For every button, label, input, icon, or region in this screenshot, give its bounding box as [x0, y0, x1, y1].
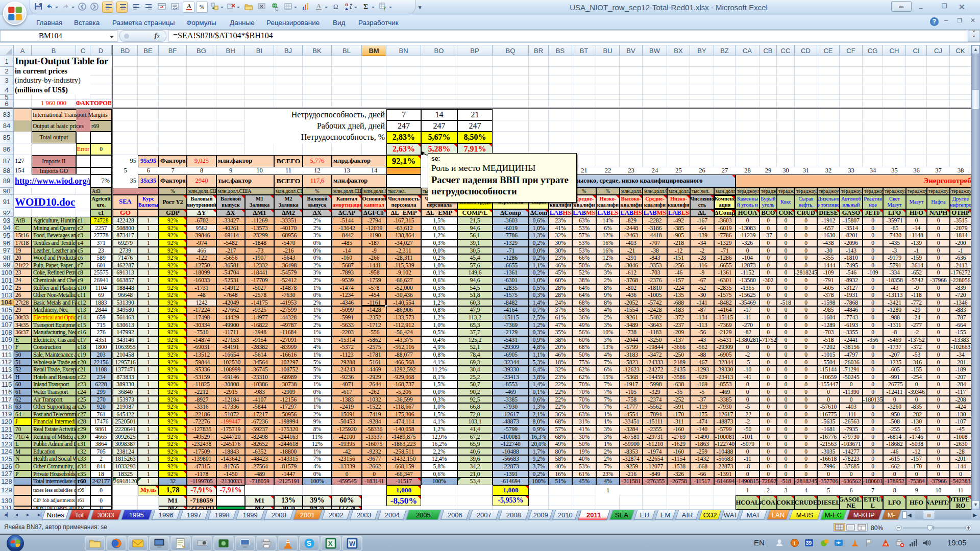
svg-text:?: ?: [383, 6, 386, 11]
svg-text:S: S: [307, 539, 311, 547]
svg-text:A: A: [345, 7, 348, 11]
svg-text:W: W: [349, 540, 356, 547]
svg-text:39: 39: [806, 540, 812, 546]
svg-text:Ω: Ω: [333, 3, 338, 10]
svg-text:X: X: [328, 540, 333, 547]
svg-text:%: %: [199, 4, 205, 10]
svg-text:A: A: [187, 3, 191, 10]
svg-text:i: i: [794, 540, 795, 546]
svg-text:Σ: Σ: [363, 3, 368, 11]
svg-text:A: A: [316, 3, 321, 10]
